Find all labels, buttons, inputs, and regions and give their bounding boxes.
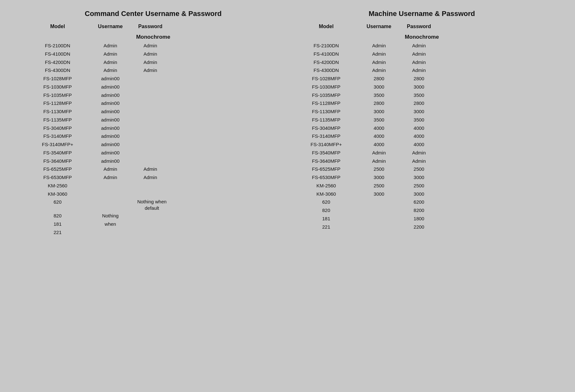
cell-username xyxy=(90,182,131,189)
cell-password xyxy=(131,141,169,148)
cell-password: Admin xyxy=(131,67,169,74)
table-row: FS-4100DNAdminAdmin xyxy=(294,50,549,58)
table-row: FS-1030MFPadmin00 xyxy=(26,83,281,91)
table-row: KM-3060 xyxy=(26,190,281,198)
table-row: FS-4200DNAdminAdmin xyxy=(26,58,281,67)
cell-username: admin00 xyxy=(90,75,131,82)
cell-password: 3500 xyxy=(400,92,438,99)
cell-model: FS-6530MFP xyxy=(26,174,90,181)
cell-password: 8200 xyxy=(400,207,438,214)
cell-password xyxy=(131,116,169,123)
cell-password: 2500 xyxy=(400,182,438,189)
cell-password: Admin xyxy=(400,59,438,66)
table-row: 2212200 xyxy=(294,223,549,231)
table-row: FS-1035MFPadmin00 xyxy=(26,91,281,99)
cell-username: 3000 xyxy=(358,83,400,90)
cell-model: FS-6525MFP xyxy=(26,166,90,173)
cell-username: 2500 xyxy=(358,182,400,189)
table-row: FS-1128MFPadmin00 xyxy=(26,99,281,107)
table-row: FS-3540MFPadmin00 xyxy=(26,149,281,157)
table-row: FS-3140MFPadmin00 xyxy=(26,132,281,140)
right-section-title: Machine Username & Password xyxy=(294,10,549,18)
cell-model: FS-4100DN xyxy=(26,51,90,58)
cell-password: Admin xyxy=(400,158,438,165)
table-row: FS-1130MFP30003000 xyxy=(294,107,549,116)
right-header-password: Password xyxy=(400,24,438,29)
cell-password: 2800 xyxy=(400,100,438,107)
cell-model: FS-4200DN xyxy=(294,59,358,66)
cell-password xyxy=(131,100,169,107)
cell-username: admin00 xyxy=(90,100,131,107)
table-row: KM-2560 xyxy=(26,182,281,190)
cell-password: Admin xyxy=(400,42,438,49)
cell-model: 820 xyxy=(26,212,90,219)
cell-password xyxy=(131,125,169,132)
cell-username: admin00 xyxy=(90,108,131,115)
cell-model: FS-3540MFP xyxy=(294,149,358,156)
cell-password: 3000 xyxy=(400,191,438,198)
cell-password: Admin xyxy=(131,166,169,173)
cell-model: FS-3140MFP xyxy=(26,133,90,140)
cell-model: 620 xyxy=(294,199,358,206)
cell-username: admin00 xyxy=(90,133,131,140)
cell-model: KM-2560 xyxy=(26,182,90,189)
cell-model: FS-4300DN xyxy=(294,67,358,74)
cell-username xyxy=(358,223,400,231)
cell-username: 4000 xyxy=(358,141,400,148)
cell-model: FS-1130MFP xyxy=(26,108,90,115)
cell-username: 3500 xyxy=(358,116,400,123)
cell-password: Admin xyxy=(400,67,438,74)
cell-username: Admin xyxy=(90,51,131,58)
cell-model: FS-1035MFP xyxy=(294,92,358,99)
cell-username: admin00 xyxy=(90,83,131,90)
cell-model: KM-3060 xyxy=(294,191,358,198)
cell-password: Admin xyxy=(131,174,169,181)
cell-model: 620 xyxy=(26,199,90,211)
table-row: FS-6525MFPAdminAdmin xyxy=(26,165,281,173)
cell-password: 1800 xyxy=(400,215,438,222)
cell-username: when xyxy=(90,221,131,228)
cell-username xyxy=(90,229,131,236)
cell-username xyxy=(90,199,131,211)
cell-password xyxy=(131,191,169,198)
table-row: FS-1035MFP35003500 xyxy=(294,91,549,99)
table-row: FS-3640MFPAdminAdmin xyxy=(294,157,549,165)
category-header: Monochrome xyxy=(26,34,281,40)
cell-password xyxy=(131,212,169,219)
cell-username: 2800 xyxy=(358,100,400,107)
cell-username: Admin xyxy=(358,158,400,165)
table-row: KM-306030003000 xyxy=(294,190,549,198)
table-row: FS-3140MFP40004000 xyxy=(294,132,549,140)
cell-password: 3000 xyxy=(400,83,438,90)
table-row: FS-3140MFP+admin00 xyxy=(26,140,281,149)
cell-model: KM-3060 xyxy=(26,191,90,198)
cell-username: 3000 xyxy=(358,174,400,181)
table-row: 820Nothing xyxy=(26,212,281,220)
left-header-password: Password xyxy=(131,24,169,29)
cell-username: admin00 xyxy=(90,141,131,148)
cell-model: FS-4300DN xyxy=(26,67,90,74)
table-row: FS-3040MFPadmin00 xyxy=(26,124,281,132)
table-row: FS-2100DNAdminAdmin xyxy=(294,42,549,50)
cell-password: 2500 xyxy=(400,166,438,173)
cell-model: FS-3140MFP+ xyxy=(294,141,358,148)
cell-model: FS-1135MFP xyxy=(294,116,358,123)
cell-username: admin00 xyxy=(90,125,131,132)
cell-password: Admin xyxy=(400,51,438,58)
right-header-username: Username xyxy=(358,24,400,29)
table-row: FS-1128MFP28002800 xyxy=(294,99,549,107)
cell-username: admin00 xyxy=(90,158,131,165)
cell-password xyxy=(131,221,169,228)
table-row: 181when xyxy=(26,220,281,228)
cell-password xyxy=(131,229,169,236)
cell-username: Admin xyxy=(90,42,131,49)
cell-model: FS-1128MFP xyxy=(294,100,358,107)
cell-username: Admin xyxy=(358,149,400,156)
cell-model: 221 xyxy=(294,223,358,231)
cell-model: FS-3540MFP xyxy=(26,149,90,156)
cell-model: FS-1135MFP xyxy=(26,116,90,123)
cell-model: FS-4200DN xyxy=(26,59,90,66)
cell-model: FS-3140MFP+ xyxy=(26,141,90,148)
table-row: FS-1028MFPadmin00 xyxy=(26,74,281,83)
left-header-username: Username xyxy=(90,24,131,29)
